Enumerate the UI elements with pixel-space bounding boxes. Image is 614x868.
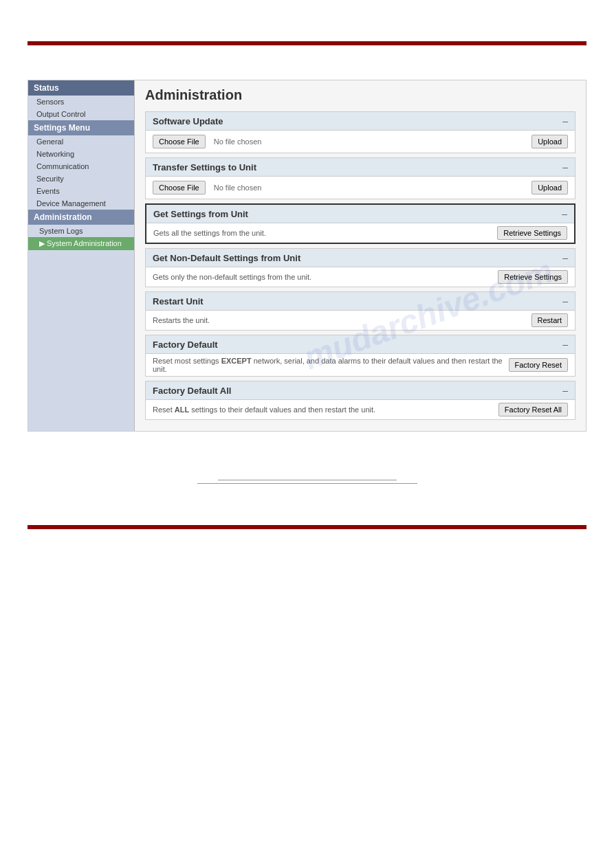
- section-factory-default-title: Factory Default: [153, 340, 218, 350]
- section-software-update-collapse[interactable]: –: [562, 115, 568, 126]
- section-factory-default-header: Factory Default –: [146, 335, 575, 354]
- section-transfer-settings-body: Choose File No file chosen Upload: [146, 177, 575, 199]
- choose-file-btn-transfer[interactable]: Choose File: [153, 181, 206, 194]
- section-get-settings-collapse[interactable]: –: [562, 208, 567, 219]
- factory-reset-btn[interactable]: Factory Reset: [509, 358, 568, 372]
- sidebar-item-events[interactable]: Events: [28, 185, 134, 197]
- section-get-non-default-settings-desc: Gets only the non-default settings from …: [153, 273, 311, 281]
- section-factory-default-desc: Reset most settings EXCEPT network, seri…: [153, 357, 509, 373]
- section-get-settings-desc: Gets all the settings from the unit.: [153, 229, 266, 237]
- file-chosen-transfer: No file chosen: [210, 183, 526, 192]
- section-factory-default-all-body: Reset ALL settings to their default valu…: [146, 400, 575, 419]
- section-get-non-default-settings-body: Gets only the non-default settings from …: [146, 267, 575, 287]
- section-get-non-default-settings-title: Get Non-Default Settings from Unit: [153, 253, 300, 263]
- sidebar-item-output-control[interactable]: Output Control: [28, 108, 134, 120]
- section-restart-unit-header: Restart Unit –: [146, 292, 575, 311]
- section-software-update: Software Update – Choose File No file ch…: [145, 111, 575, 153]
- upload-btn-transfer[interactable]: Upload: [531, 181, 568, 194]
- sidebar-item-networking[interactable]: Networking: [28, 148, 134, 160]
- retrieve-settings-btn-non-default[interactable]: Retrieve Settings: [498, 270, 568, 284]
- sidebar-item-device-management[interactable]: Device Management: [28, 197, 134, 210]
- section-factory-default-all-header: Factory Default All –: [146, 381, 575, 400]
- section-get-settings-header: Get Settings from Unit –: [146, 205, 574, 223]
- section-get-non-default-settings-collapse[interactable]: –: [562, 252, 568, 263]
- section-factory-default-all-collapse[interactable]: –: [562, 385, 568, 396]
- section-transfer-settings-collapse[interactable]: –: [562, 162, 568, 173]
- section-restart-unit-collapse[interactable]: –: [562, 296, 568, 307]
- section-transfer-settings-header: Transfer Settings to Unit –: [146, 158, 575, 177]
- sidebar-item-sensors[interactable]: Sensors: [28, 96, 134, 108]
- section-get-non-default-settings: Get Non-Default Settings from Unit – Get…: [145, 248, 575, 287]
- main-content-area: mudarchive.com Status Sensors Output Con…: [0, 59, 614, 498]
- sidebar-item-general[interactable]: General: [28, 135, 134, 148]
- sidebar-item-system-administration[interactable]: ▶System Administration: [28, 237, 134, 250]
- file-chosen-software: No file chosen: [210, 137, 526, 146]
- section-factory-default-all: Factory Default All – Reset ALL settings…: [145, 381, 575, 420]
- footer-line-2: [197, 483, 417, 484]
- section-restart-unit-desc: Restarts the unit.: [153, 316, 210, 324]
- upload-btn-software[interactable]: Upload: [531, 135, 568, 148]
- page-wrapper: mudarchive.com Status Sensors Output Con…: [0, 41, 614, 868]
- section-software-update-body: Choose File No file chosen Upload: [146, 131, 575, 153]
- main-content: Administration Software Update – Choose …: [135, 80, 586, 431]
- sidebar-item-security[interactable]: Security: [28, 173, 134, 185]
- section-restart-unit-body: Restarts the unit. Restart: [146, 311, 575, 330]
- ui-panel: Status Sensors Output Control Settings M…: [28, 80, 586, 432]
- section-factory-default-body: Reset most settings EXCEPT network, seri…: [146, 354, 575, 376]
- choose-file-btn-software[interactable]: Choose File: [153, 135, 206, 148]
- section-factory-default-collapse[interactable]: –: [562, 339, 568, 350]
- restart-btn[interactable]: Restart: [531, 313, 568, 327]
- section-factory-default-all-title: Factory Default All: [153, 386, 231, 396]
- section-restart-unit: Restart Unit – Restarts the unit. Restar…: [145, 291, 575, 331]
- section-transfer-settings-title: Transfer Settings to Unit: [153, 162, 256, 173]
- section-get-settings-title: Get Settings from Unit: [153, 209, 248, 219]
- section-software-update-left: Choose File No file chosen: [153, 135, 526, 148]
- retrieve-settings-btn-get[interactable]: Retrieve Settings: [497, 226, 567, 240]
- section-software-update-title: Software Update: [153, 116, 223, 126]
- arrow-icon: ▶: [39, 239, 45, 248]
- sidebar-settings-header: Settings Menu: [28, 120, 134, 135]
- factory-reset-all-btn[interactable]: Factory Reset All: [498, 403, 568, 416]
- section-get-settings: Get Settings from Unit – Gets all the se…: [145, 203, 575, 244]
- section-factory-default-all-desc: Reset ALL settings to their default valu…: [153, 405, 375, 414]
- sidebar-status-header: Status: [28, 80, 134, 96]
- footer-line-1: [218, 480, 397, 480]
- sidebar-admin-header: Administration: [28, 210, 134, 225]
- section-restart-unit-title: Restart Unit: [153, 296, 204, 307]
- section-factory-default: Factory Default – Reset most settings EX…: [145, 335, 575, 377]
- section-transfer-settings-left: Choose File No file chosen: [153, 181, 526, 194]
- footer-links: [28, 480, 586, 484]
- section-get-settings-body: Gets all the settings from the unit. Ret…: [146, 223, 574, 243]
- section-get-non-default-settings-header: Get Non-Default Settings from Unit –: [146, 249, 575, 267]
- page-title: Administration: [145, 87, 575, 103]
- sidebar: Status Sensors Output Control Settings M…: [28, 80, 135, 431]
- sidebar-item-system-logs[interactable]: System Logs: [28, 225, 134, 237]
- sidebar-item-communication[interactable]: Communication: [28, 160, 134, 173]
- bottom-bar: [28, 525, 586, 529]
- section-software-update-header: Software Update –: [146, 112, 575, 131]
- section-transfer-settings: Transfer Settings to Unit – Choose File …: [145, 157, 575, 199]
